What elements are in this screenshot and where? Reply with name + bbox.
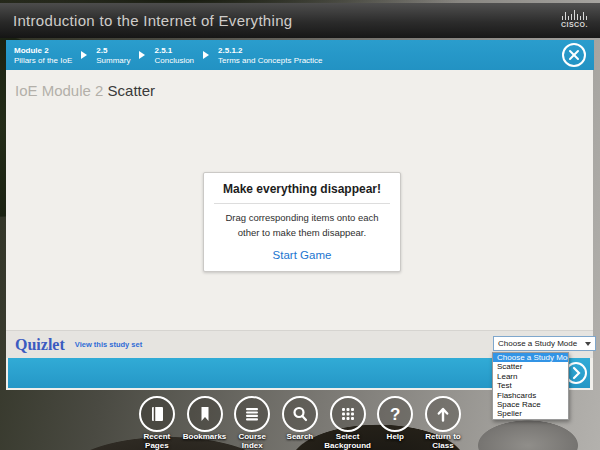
- cisco-bridge-icon: [561, 9, 588, 20]
- page-title: IoE Module 2 Scatter: [15, 82, 155, 99]
- page-title-prefix: IoE Module 2: [15, 82, 108, 99]
- study-mode-option[interactable]: Test: [493, 381, 568, 390]
- up-arrow-icon: [431, 402, 455, 426]
- study-mode-select[interactable]: Choose a Study Mode: [493, 336, 596, 351]
- dropdown-arrow-icon: [585, 342, 591, 346]
- bookmarks-button[interactable]: Bookmarks: [181, 396, 229, 450]
- study-mode-option-list: Choose a Study Mode Scatter Learn Test F…: [492, 352, 569, 420]
- app-title: Introduction to the Internet of Everythi…: [0, 12, 292, 29]
- divider: [214, 203, 390, 204]
- game-card-title: Make everything disappear!: [212, 182, 392, 196]
- close-icon: [568, 49, 580, 61]
- study-mode-option[interactable]: Choose a Study Mode: [493, 353, 568, 362]
- grid-icon: [336, 402, 360, 426]
- study-mode-option[interactable]: Learn: [493, 372, 568, 381]
- bottom-nav: Recent Pages Bookmarks Course Index: [133, 396, 467, 450]
- study-mode-option[interactable]: Scatter: [493, 362, 568, 371]
- close-button[interactable]: [562, 43, 586, 67]
- game-card: Make everything disappear! Drag correspo…: [203, 172, 401, 272]
- chevron-right-icon: [81, 51, 87, 59]
- study-mode-option[interactable]: Space Race: [493, 400, 568, 409]
- app-header: Introduction to the Internet of Everythi…: [0, 3, 600, 38]
- page-title-current: Scatter: [108, 82, 156, 99]
- bookmark-icon: [193, 402, 217, 426]
- study-mode-selected-value: Choose a Study Mode: [498, 339, 577, 348]
- cisco-logo: CISCO.: [561, 9, 588, 28]
- list-icon: [240, 402, 264, 426]
- study-mode-option[interactable]: Speller: [493, 409, 568, 418]
- study-mode-option[interactable]: Flashcards: [493, 391, 568, 400]
- select-background-button[interactable]: Select Background: [324, 396, 372, 450]
- breadcrumb-item-topic[interactable]: 2.5.1 Conclusion: [154, 46, 194, 65]
- course-index-button[interactable]: Course Index: [228, 396, 276, 450]
- breadcrumb: Module 2 Pillars of the IoE 2.5 Summary …: [6, 40, 594, 70]
- question-icon: ?: [390, 406, 400, 423]
- game-card-instructions: Drag corresponding items onto each other…: [212, 211, 392, 240]
- book-icon: [145, 402, 169, 426]
- help-button[interactable]: ? Help: [371, 396, 419, 450]
- view-study-set-link[interactable]: View this study set: [75, 340, 142, 349]
- recent-pages-button[interactable]: Recent Pages: [133, 396, 181, 450]
- return-to-class-button[interactable]: Return to Class: [419, 396, 467, 450]
- chevron-right-icon: [203, 51, 209, 59]
- breadcrumb-item-module[interactable]: Module 2 Pillars of the IoE: [14, 46, 72, 65]
- breadcrumb-item-page[interactable]: 2.5.1.2 Terms and Concepts Practice: [218, 46, 323, 65]
- chevron-right-icon: [139, 51, 145, 59]
- quizlet-logo[interactable]: Quizlet: [15, 336, 65, 354]
- start-game-link[interactable]: Start Game: [273, 249, 332, 261]
- breadcrumb-item-section[interactable]: 2.5 Summary: [96, 46, 130, 65]
- cisco-wordmark: CISCO.: [561, 21, 588, 28]
- search-button[interactable]: Search: [276, 396, 324, 450]
- search-icon: [288, 402, 312, 426]
- chevron-right-icon: [570, 366, 582, 380]
